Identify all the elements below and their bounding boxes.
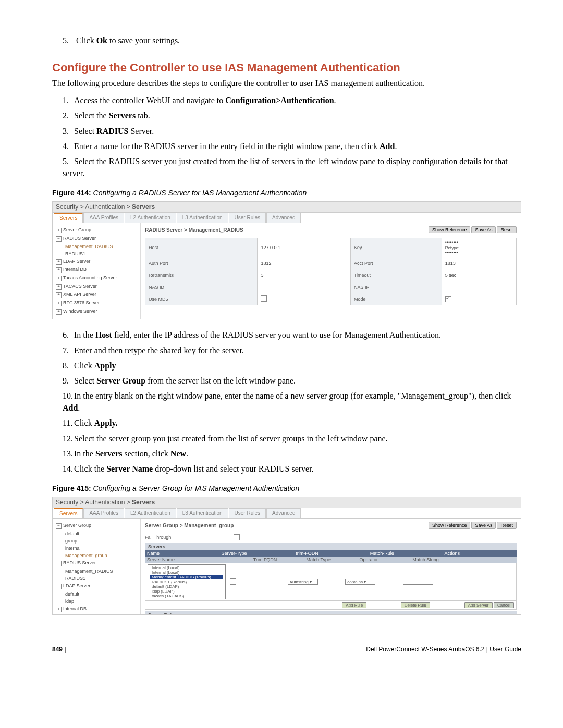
list-item: 14.Click the Server Name drop-down list … <box>63 463 521 475</box>
panel-button[interactable]: Save As <box>471 226 496 233</box>
checkbox[interactable] <box>261 295 267 302</box>
servers-subcolumns: Server NameTrim FQDNMatch TypeOperatorMa… <box>145 557 517 563</box>
tree-item[interactable]: −Server Group <box>55 522 138 530</box>
checkbox[interactable] <box>445 296 451 302</box>
listbox-option[interactable]: Internal (Local) <box>150 565 223 570</box>
server-entry-row: Internal (Local)Internal (Local)Manageme… <box>145 563 517 601</box>
tab[interactable]: Advanced <box>266 213 301 223</box>
tree-item[interactable]: default <box>55 530 138 537</box>
tree-toggle-icon[interactable]: + <box>56 276 62 281</box>
tab[interactable]: User Rules <box>229 213 266 223</box>
listbox-option[interactable]: ldap (LDAP) <box>150 589 223 594</box>
tree-item[interactable]: ldap <box>55 598 138 605</box>
page-footer: 849 | Dell PowerConnect W-Series ArubaOS… <box>52 641 521 653</box>
tree-toggle-icon[interactable]: + <box>56 267 62 273</box>
tree-toggle-icon[interactable]: − <box>56 523 62 529</box>
form-value[interactable] <box>258 281 350 293</box>
step-top: 5. Click Ok to save your settings. <box>63 34 521 46</box>
tree-item[interactable]: +TACACS Server <box>55 282 138 291</box>
tab[interactable]: User Rules <box>229 508 266 518</box>
panel-button[interactable]: Reset <box>497 226 517 233</box>
list-item: 6.In the Host field, enter the IP addres… <box>63 329 521 341</box>
tree-item[interactable]: default <box>55 590 138 598</box>
tree-item[interactable]: RADIUS1 <box>55 250 138 257</box>
tree-toggle-icon[interactable]: − <box>56 236 62 242</box>
tree-item[interactable]: +Server Group <box>55 226 138 235</box>
tree-item[interactable]: +LDAP Server <box>55 257 138 266</box>
server-name-listbox[interactable]: Internal (Local)Internal (Local)Manageme… <box>148 564 226 599</box>
tree-item[interactable]: Management_RADIUS <box>55 567 138 575</box>
key-field[interactable]: ••••••••Retype:•••••••• <box>442 238 516 257</box>
list-item: 12.Select the server group you just crea… <box>63 433 521 445</box>
tree-toggle-icon[interactable]: − <box>56 561 62 566</box>
list-item: 2.Select the Servers tab. <box>63 109 521 121</box>
tree-toggle-icon[interactable]: + <box>56 309 62 315</box>
tree-item[interactable]: +Internal DB <box>55 266 138 274</box>
intro-paragraph: The following procedure describes the st… <box>52 79 521 88</box>
tree-item[interactable]: +Windows Server <box>55 307 138 316</box>
tree-toggle-icon[interactable]: + <box>56 228 62 233</box>
servers-columns: NameServer-Typetrim-FQDNMatch-RuleAction… <box>145 550 517 557</box>
listbox-option[interactable]: Internal (Local) <box>150 570 223 575</box>
tree-item[interactable]: +Tacacs Accounting Server <box>55 613 138 615</box>
tree-item[interactable]: group <box>55 537 138 545</box>
tree-item[interactable]: Management_group <box>55 552 138 559</box>
tree-toggle-icon[interactable]: + <box>56 259 62 265</box>
delete-rule-button[interactable]: Delete Rule <box>401 602 430 608</box>
tree-item[interactable]: −RADIUS Server <box>55 559 138 567</box>
listbox-option[interactable]: default (LDAP) <box>150 584 223 589</box>
listbox-option[interactable]: Management_RADIUS (Radius) <box>150 575 223 579</box>
list-item: 10.In the entry blank on the right windo… <box>63 390 521 414</box>
figure-414-caption: Figure 414: Configuring a RADIUS Server … <box>52 189 521 197</box>
breadcrumb: Security > Authentication > Servers <box>53 202 521 213</box>
tree-item[interactable]: +Internal DB <box>55 605 138 613</box>
form-value[interactable]: 1812 <box>258 257 350 269</box>
tree-item[interactable]: RADIUS1 <box>55 575 138 582</box>
tree-item[interactable]: −LDAP Server <box>55 582 138 590</box>
tab[interactable]: Advanced <box>266 508 301 518</box>
tab[interactable]: L2 Authentication <box>125 213 176 223</box>
server-tree: −Server GroupdefaultgroupinternalManagem… <box>53 519 141 615</box>
tree-toggle-icon[interactable]: + <box>56 284 62 290</box>
match-string-input[interactable] <box>403 579 433 585</box>
fail-through-checkbox[interactable] <box>234 534 240 540</box>
panel-button[interactable]: Show Reference <box>429 522 471 529</box>
add-rule-button[interactable]: Add Rule <box>342 602 366 608</box>
tree-toggle-icon[interactable]: + <box>56 301 62 306</box>
form-value[interactable]: 127.0.0.1 <box>258 238 350 257</box>
form-value[interactable]: 3 <box>258 269 350 281</box>
tab[interactable]: Servers <box>54 508 83 518</box>
panel-title: Server Group > Management_group <box>145 523 234 528</box>
tree-item[interactable]: +RFC 3576 Server <box>55 299 138 307</box>
cancel-button[interactable]: Cancel <box>494 602 514 608</box>
listbox-option[interactable]: tacacs (TACACS) <box>150 594 223 598</box>
tree-toggle-icon[interactable]: + <box>56 607 62 612</box>
tree-item[interactable]: Management_RADIUS <box>55 243 138 250</box>
panel-button[interactable]: Show Reference <box>429 226 471 233</box>
panel-button[interactable]: Save As <box>471 522 496 529</box>
tab[interactable]: L2 Authentication <box>125 508 176 518</box>
tree-item[interactable]: internal <box>55 545 138 552</box>
listbox-option[interactable]: RADIUS1 (Radius) <box>150 579 223 584</box>
tree-item[interactable]: +Tacacs Accounting Server <box>55 274 138 282</box>
operator-select[interactable]: contains <box>345 579 375 585</box>
tree-toggle-icon[interactable]: + <box>56 292 62 298</box>
tab[interactable]: AAA Profiles <box>83 213 124 223</box>
add-server-button[interactable]: Add Server <box>464 602 493 608</box>
form-value[interactable]: 5 sec <box>442 269 516 281</box>
form-value[interactable] <box>442 281 516 293</box>
form-value[interactable]: 1813 <box>442 257 516 269</box>
trim-fqdn-checkbox[interactable] <box>230 578 236 585</box>
server-rules-header: Server Rules <box>145 611 517 615</box>
tree-item[interactable]: +XML API Server <box>55 291 138 299</box>
list-item: 5.Select the RADIUS server you just crea… <box>63 155 521 179</box>
tabs: ServersAAA ProfilesL2 AuthenticationL3 A… <box>53 213 521 223</box>
tab[interactable]: AAA Profiles <box>83 508 124 518</box>
tab[interactable]: L3 Authentication <box>177 508 228 518</box>
tree-toggle-icon[interactable]: − <box>56 584 62 589</box>
tab[interactable]: L3 Authentication <box>177 213 228 223</box>
panel-button[interactable]: Reset <box>497 522 517 529</box>
match-type-select[interactable]: Authstring <box>288 579 318 585</box>
tree-item[interactable]: −RADIUS Server <box>55 235 138 243</box>
tab[interactable]: Servers <box>54 213 83 223</box>
